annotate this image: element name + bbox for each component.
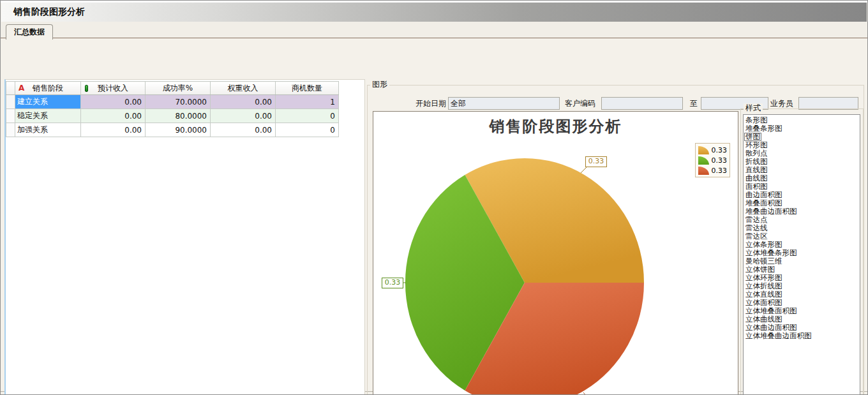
start-date-label: 开始日期 — [408, 99, 446, 108]
value-cell[interactable]: 1 — [276, 95, 339, 109]
legend-entry: 0.33 — [698, 146, 727, 154]
style-item[interactable]: 立体堆叠曲边面积图 — [744, 332, 813, 340]
row-indicator[interactable] — [6, 109, 15, 123]
customer-code-input[interactable] — [601, 97, 683, 110]
label-leader-line — [581, 167, 587, 173]
sort-a-icon: A — [19, 84, 24, 93]
title-bar: 销售阶段图形分析 — [1, 3, 867, 22]
column-header-label: 商机数量 — [292, 84, 322, 93]
tab-summary-data[interactable]: 汇总数据 — [6, 24, 53, 40]
legend-entry: 0.33 — [698, 156, 727, 165]
page-title: 销售阶段图形分析 — [13, 6, 85, 18]
column-header-weighted-income[interactable]: 权重收入 — [211, 82, 276, 95]
table-row[interactable]: 加强关系0.0090.00000.000 — [6, 123, 339, 137]
to-label: 至 — [690, 99, 698, 108]
pie-slice-label: 0.33 — [382, 278, 403, 288]
value-cell[interactable]: 0.00 — [81, 95, 146, 109]
chart-legend: 0.330.330.33 — [695, 143, 730, 177]
pie-swatch-icon — [698, 156, 709, 165]
row-indicator-header[interactable] — [6, 82, 15, 95]
salesman-input[interactable] — [798, 97, 858, 110]
start-date-input[interactable] — [448, 97, 560, 110]
legend-value: 0.33 — [712, 146, 728, 154]
table-header-row: A 销售阶段 预计收入 成功率% 权重收入 — [6, 82, 339, 95]
column-header-expected-income[interactable]: 预计收入 — [81, 82, 146, 95]
value-cell[interactable]: 0.00 — [81, 123, 146, 137]
column-header-label: 销售阶段 — [33, 84, 63, 93]
label-leader-line — [583, 392, 590, 395]
value-cell[interactable]: 0.00 — [211, 109, 276, 123]
pie-chart-panel: 销售阶段图形分析 0.330.330.33 0.330.330.33 — [373, 111, 738, 395]
table-row[interactable]: 稳定关系0.0080.00000.000 — [6, 109, 339, 123]
value-cell[interactable]: 90.0000 — [146, 123, 211, 137]
row-indicator[interactable] — [6, 123, 15, 137]
app-window: 销售阶段图形分析 汇总数据 A 销售阶段 预计收 — [0, 0, 868, 395]
row-indicator[interactable] — [6, 95, 15, 109]
stage-cell[interactable]: 稳定关系 — [15, 109, 81, 123]
green-indicator-icon — [85, 85, 88, 92]
pie-swatch-icon — [698, 146, 709, 154]
table-row[interactable]: 建立关系0.0070.00000.001 — [6, 95, 339, 109]
tab-label: 汇总数据 — [14, 27, 45, 36]
stage-cell[interactable]: 建立关系 — [15, 95, 81, 109]
column-header-label: 权重收入 — [228, 84, 258, 93]
sales-stage-table: A 销售阶段 预计收入 成功率% 权重收入 — [6, 81, 339, 137]
content-area: A 销售阶段 预计收入 成功率% 权重收入 — [1, 38, 867, 392]
value-cell[interactable]: 0.00 — [211, 95, 276, 109]
graph-group-label: 图形 — [370, 80, 389, 89]
sales-stage-grid-panel: A 销售阶段 预计收入 成功率% 权重收入 — [4, 79, 365, 395]
legend-entry: 0.33 — [698, 167, 727, 175]
column-header-label: 成功率% — [163, 84, 193, 93]
value-cell[interactable]: 70.0000 — [146, 95, 211, 109]
value-cell[interactable]: 0.00 — [81, 109, 146, 123]
pie-slice-label: 0.33 — [585, 156, 607, 167]
value-cell[interactable]: 80.0000 — [146, 109, 211, 123]
chart-style-listbox[interactable]: 条形图堆叠条形图饼图环形图散列点折线图直线图曲线图面积图曲边面积图堆叠面积图堆叠… — [743, 114, 860, 395]
value-cell[interactable]: 0 — [276, 109, 339, 123]
column-header-opportunity-count[interactable]: 商机数量 — [276, 82, 339, 95]
value-cell[interactable]: 0 — [276, 123, 339, 137]
salesman-label: 业务员 — [770, 99, 793, 108]
column-header-success-rate[interactable]: 成功率% — [146, 82, 211, 95]
customer-code-label: 客户编码 — [565, 99, 595, 108]
styles-group-label: 样式 — [744, 103, 763, 112]
pie-swatch-icon — [698, 167, 709, 175]
column-header-label: 预计收入 — [98, 84, 128, 93]
value-cell[interactable]: 0.00 — [211, 123, 276, 137]
legend-value: 0.33 — [712, 156, 728, 165]
tab-strip — [1, 22, 867, 38]
pie-chart — [373, 112, 738, 395]
legend-value: 0.33 — [712, 167, 728, 175]
column-header-stage[interactable]: A 销售阶段 — [15, 82, 81, 95]
styles-groupbox: 样式 条形图堆叠条形图饼图环形图散列点折线图直线图曲线图面积图曲边面积图堆叠面积… — [740, 108, 864, 395]
stage-cell[interactable]: 加强关系 — [15, 123, 81, 137]
